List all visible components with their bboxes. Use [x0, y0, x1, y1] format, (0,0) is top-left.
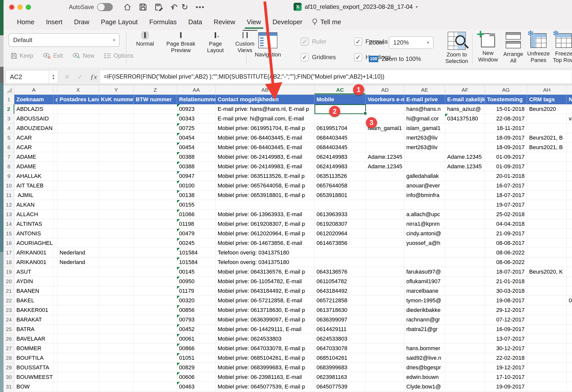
cell[interactable]: Beurs2021, B — [527, 143, 567, 152]
new-sheet-view-button[interactable]: New — [72, 52, 94, 59]
cell[interactable] — [99, 133, 134, 143]
tab-draw[interactable]: Draw — [68, 14, 95, 30]
cell[interactable] — [134, 133, 177, 143]
unfreeze-panes-button[interactable]: Unfreeze Panes — [527, 32, 550, 64]
cell[interactable] — [58, 104, 99, 114]
cell[interactable] — [53, 210, 58, 219]
row-header-2[interactable]: 2 — [4, 104, 14, 114]
cell[interactable] — [527, 382, 567, 391]
cell[interactable]: 0614429111 — [314, 324, 366, 334]
row-header-31[interactable]: 31 — [4, 382, 14, 391]
cell[interactable]: Beurs2020, K — [527, 267, 567, 277]
cell[interactable] — [366, 181, 404, 190]
cell[interactable]: 00061 — [177, 334, 216, 344]
cell[interactable]: BOMMER — [14, 344, 53, 353]
cell[interactable] — [445, 334, 485, 344]
cell[interactable] — [99, 257, 134, 267]
tell-me-button[interactable]: Tell me — [312, 18, 341, 26]
cell[interactable] — [445, 296, 485, 305]
cell[interactable]: Telefoon overig: 0341375180 — [216, 248, 314, 257]
cell[interactable]: Telefoon overig: 0341375180 — [216, 257, 314, 267]
header-cell[interactable]: Mobile — [314, 95, 366, 104]
cell[interactable] — [58, 238, 99, 248]
cell[interactable]: 08-06-2022 — [485, 248, 527, 257]
row-header-1[interactable]: 1 — [4, 95, 14, 104]
cell[interactable] — [527, 229, 567, 238]
cell[interactable]: farukasut97@ — [404, 267, 445, 277]
cell[interactable] — [99, 123, 134, 133]
tab-review[interactable]: Review — [208, 14, 241, 30]
cell[interactable] — [445, 123, 485, 133]
cell[interactable] — [134, 248, 177, 257]
cell[interactable]: ADAME — [14, 152, 53, 162]
cell[interactable] — [134, 190, 177, 200]
cell[interactable] — [99, 200, 134, 210]
cell[interactable]: 01051 — [177, 353, 216, 363]
cell[interactable] — [445, 305, 485, 315]
column-header-AD[interactable]: AD — [366, 85, 404, 95]
cell[interactable]: 22-08-2017 — [485, 114, 527, 123]
cell[interactable] — [58, 114, 99, 123]
row-header-12[interactable]: 12 — [4, 200, 14, 210]
header-cell[interactable]: Relatienummer — [177, 95, 216, 104]
cell[interactable]: Mobiel prive: 0657644058, E-mail p — [216, 181, 314, 190]
column-header-AH[interactable]: AH — [527, 85, 567, 95]
cell[interactable] — [366, 315, 404, 324]
cell[interactable] — [53, 219, 58, 229]
cell[interactable] — [366, 296, 404, 305]
cell[interactable] — [527, 219, 567, 229]
cell[interactable] — [99, 171, 134, 181]
cell[interactable]: hans@hans.n — [404, 104, 445, 114]
cell[interactable] — [527, 200, 567, 210]
cell[interactable]: 06 — [567, 296, 572, 305]
cell[interactable] — [134, 143, 177, 152]
cell[interactable]: 15-01-2018 — [485, 104, 527, 114]
cell[interactable] — [567, 171, 572, 181]
cell[interactable] — [567, 382, 572, 391]
cell[interactable]: 00100 — [177, 181, 216, 190]
cell[interactable] — [567, 123, 572, 133]
cell[interactable]: 01066 — [177, 210, 216, 219]
cell[interactable]: Mobiel prive: 0683999683, E-mail p — [216, 363, 314, 372]
cell[interactable]: 00155 — [177, 200, 216, 210]
zoom-to-selection-button[interactable]: Zoom to Selection — [443, 32, 471, 64]
cell[interactable] — [567, 324, 572, 334]
cell[interactable] — [527, 315, 567, 324]
cell[interactable] — [314, 248, 366, 257]
cell[interactable]: 21-09-2017 — [485, 229, 527, 238]
cell[interactable] — [58, 229, 99, 238]
arrange-all-button[interactable]: Arrange All — [502, 32, 525, 64]
cell[interactable]: ABDLAZIS — [14, 104, 53, 114]
cell[interactable] — [58, 190, 99, 200]
cell[interactable]: ARIKAN001 — [14, 248, 53, 257]
column-header-Z[interactable]: Z — [134, 85, 177, 95]
cell[interactable]: 0685104261 — [314, 353, 366, 363]
confirm-entry-icon[interactable]: ✓ — [77, 69, 83, 85]
keep-button[interactable]: Keep — [11, 52, 33, 59]
cell[interactable]: 00388 — [177, 162, 216, 171]
cell[interactable]: 00388 — [177, 152, 216, 162]
close-window-button[interactable] — [9, 5, 14, 10]
cell[interactable] — [567, 372, 572, 382]
cell[interactable] — [366, 286, 404, 296]
cell[interactable] — [134, 219, 177, 229]
cell[interactable] — [366, 257, 404, 267]
cell[interactable]: 0613963933 — [314, 210, 366, 219]
cell[interactable] — [366, 372, 404, 382]
cell[interactable]: Mobiel prive: 0645077539, E-mail p — [216, 382, 314, 391]
cell[interactable] — [53, 305, 58, 315]
cell[interactable]: 00138 — [177, 190, 216, 200]
cell[interactable]: 00343 — [177, 114, 216, 123]
cell[interactable]: BAVELAAR — [14, 334, 53, 344]
cell[interactable] — [134, 123, 177, 133]
cell[interactable]: mert263@liv — [404, 133, 445, 143]
cell[interactable]: Clyde.bow1@ — [404, 382, 445, 391]
cell[interactable]: nirra1@kpnm — [404, 219, 445, 229]
row-header-15[interactable]: 15 — [4, 229, 14, 238]
cell[interactable]: Mobiel prive: 06-14673856, E-mail — [216, 238, 314, 248]
cell[interactable] — [445, 315, 485, 324]
cell[interactable]: AJMIL — [14, 190, 53, 200]
cell[interactable] — [99, 296, 134, 305]
header-cell[interactable]: KvK nummer — [99, 95, 134, 104]
autosave-toggle[interactable] — [97, 3, 113, 11]
